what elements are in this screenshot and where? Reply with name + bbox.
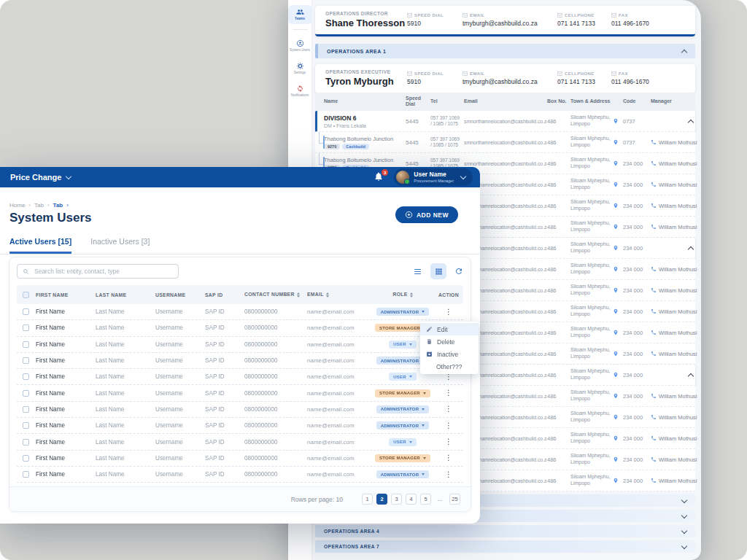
row-checkbox[interactable] xyxy=(23,373,29,380)
user-role: Procurement Manager xyxy=(414,179,454,183)
list-view-button[interactable] xyxy=(413,267,422,276)
role-dropdown[interactable]: STORE MANAGER xyxy=(375,454,430,462)
context-menu-item-inactive[interactable]: Inactive xyxy=(420,348,479,360)
row-actions-kebab-icon[interactable]: ⋮ xyxy=(445,438,452,446)
price-change-body: Home ›Tab ›Tab › System Users ADD NEW Ac… xyxy=(0,187,480,524)
operations-area-4-header[interactable]: OPERATIONS AREA 4 xyxy=(315,525,695,537)
tab-active-users[interactable]: Active Users [15] xyxy=(9,237,71,254)
phone-icon xyxy=(651,478,657,483)
town-address-cell: Siloam Mphephu,Limpopo xyxy=(570,432,623,445)
refresh-button[interactable] xyxy=(454,267,463,276)
first-name-cell: First Name xyxy=(36,308,96,315)
code-cell: 0737 xyxy=(623,139,651,146)
row-checkbox[interactable] xyxy=(23,406,29,413)
username-cell: Username xyxy=(155,406,205,413)
breadcrumb-item[interactable]: Home xyxy=(9,202,25,209)
box-no-cell: 486 xyxy=(547,182,570,188)
sort-icon[interactable] xyxy=(297,292,300,298)
sidebar-item-settings[interactable]: Settings xyxy=(288,59,312,78)
notifications-button[interactable]: 3 xyxy=(374,171,385,183)
page-buttons: 12345…25 xyxy=(362,494,460,505)
row-checkbox[interactable] xyxy=(23,324,29,331)
row-checkbox[interactable] xyxy=(23,455,29,462)
select-all-checkbox[interactable] xyxy=(23,292,29,298)
row-checkbox[interactable] xyxy=(23,422,29,429)
operations-area-1-header[interactable]: OPERATIONS AREA 1 xyxy=(315,44,695,58)
role-dropdown[interactable]: USER xyxy=(389,373,416,381)
first-name-cell: First Name xyxy=(36,390,96,397)
breadcrumb-item[interactable]: Tab xyxy=(34,202,44,209)
row-actions-kebab-icon[interactable]: ⋮ xyxy=(445,471,452,478)
cellphone-field: CELLPHONE 071 141 7133 xyxy=(557,13,611,27)
email-cell: name@email.com xyxy=(307,373,373,380)
role-dropdown[interactable]: ADMINISTRATOR xyxy=(376,470,429,478)
row-actions-kebab-icon[interactable]: ⋮ xyxy=(445,389,452,397)
row-checkbox[interactable] xyxy=(23,439,29,446)
role-dropdown[interactable]: ADMINISTRATOR xyxy=(376,405,429,413)
grid-view-icon xyxy=(435,268,443,276)
page-button[interactable]: 3 xyxy=(391,494,402,505)
row-checkbox[interactable] xyxy=(23,471,29,478)
sidebar-item-notifications[interactable]: Notifications xyxy=(288,82,312,101)
context-menu-item-other[interactable]: Other??? xyxy=(420,360,479,373)
sort-icon[interactable] xyxy=(410,292,413,298)
username-cell: Username xyxy=(155,390,205,397)
collapse-row-button[interactable] xyxy=(689,241,694,254)
store-row[interactable]: Thabong Boitumelo Junction 9270Cashbuild… xyxy=(315,132,695,153)
notifications-icon xyxy=(296,85,304,93)
sidebar-item-system-users[interactable]: System Users xyxy=(288,36,312,55)
role-dropdown[interactable]: STORE MANAGER xyxy=(375,389,430,397)
page-button[interactable]: 4 xyxy=(406,494,417,505)
email-cell: smnorthamrelocation@cashbuild.co.za xyxy=(464,161,547,166)
user-row: First Name Last Name Username SAP ID 080… xyxy=(17,418,463,434)
director-title: OPERATIONS DIRECTOR xyxy=(325,11,407,16)
division-row[interactable]: DIVISION 6 DM • Frans Lekala 5445 057 39… xyxy=(315,111,695,132)
row-checkbox[interactable] xyxy=(23,390,29,397)
role-dropdown[interactable]: USER xyxy=(389,341,416,349)
row-actions-kebab-icon[interactable]: ⋮ xyxy=(445,454,452,462)
grid-view-button[interactable] xyxy=(430,263,446,279)
column-header-sortable[interactable]: CONTACT NUMBER xyxy=(244,292,307,298)
row-checkbox[interactable] xyxy=(23,308,29,315)
role-dropdown[interactable]: ADMINISTRATOR xyxy=(376,308,429,316)
column-header-sortable[interactable]: ROLE xyxy=(373,292,433,298)
context-menu-item-edit[interactable]: Edit xyxy=(420,323,479,335)
page-button[interactable]: 5 xyxy=(420,494,431,505)
collapse-row-button[interactable] xyxy=(689,114,694,128)
sidebar-item-teams[interactable]: Teams xyxy=(288,5,312,24)
breadcrumb-item[interactable]: Tab xyxy=(53,202,63,209)
chevron-up-icon[interactable] xyxy=(681,49,687,55)
dropdown-triangle-icon xyxy=(409,376,412,378)
contact-number-cell: 0800000000 xyxy=(244,341,307,348)
search-box[interactable] xyxy=(17,264,179,279)
context-menu-item-delete[interactable]: Delete xyxy=(420,335,479,348)
operations-area-7-header[interactable]: OPERATIONS AREA 7 xyxy=(315,540,695,553)
sort-icon[interactable] xyxy=(326,292,329,298)
tab-inactive-users[interactable]: Inactive Users [3] xyxy=(90,237,150,254)
page-button[interactable]: 1 xyxy=(362,494,373,505)
page-button[interactable]: 2 xyxy=(376,494,387,505)
app-menu[interactable]: Price Change xyxy=(10,173,71,182)
sap-id-cell: SAP ID xyxy=(205,324,244,331)
page-button[interactable]: 25 xyxy=(449,494,460,505)
role-dropdown[interactable]: USER xyxy=(389,438,416,446)
screen: Teams System Users Settings Notification xyxy=(0,0,747,560)
row-checkbox[interactable] xyxy=(23,357,29,364)
search-input[interactable] xyxy=(33,267,173,276)
row-actions-kebab-icon[interactable]: ⋮ xyxy=(445,405,452,413)
column-header-sortable[interactable]: EMAIL xyxy=(307,292,373,298)
add-new-button[interactable]: ADD NEW xyxy=(395,206,458,223)
row-checkbox[interactable] xyxy=(23,341,29,348)
sidebar-item-label: Notifications xyxy=(291,94,309,98)
user-menu[interactable]: User Name Procurement Manager xyxy=(394,168,473,186)
breadcrumb-chevron-icon: › xyxy=(47,202,50,209)
row-actions-kebab-icon[interactable]: ⋮ xyxy=(445,308,452,316)
role-dropdown[interactable]: ADMINISTRATOR xyxy=(376,421,429,429)
phone-icon xyxy=(651,435,657,441)
location-pin-icon xyxy=(613,139,619,146)
collapse-row-button[interactable] xyxy=(689,368,694,381)
sidebar-item-label: Settings xyxy=(294,71,306,75)
row-actions-kebab-icon[interactable]: ⋮ xyxy=(445,373,452,381)
directory-table-header: Name Speed Dial Tel Email Box No. Town &… xyxy=(315,93,695,110)
row-actions-kebab-icon[interactable]: ⋮ xyxy=(445,422,452,429)
